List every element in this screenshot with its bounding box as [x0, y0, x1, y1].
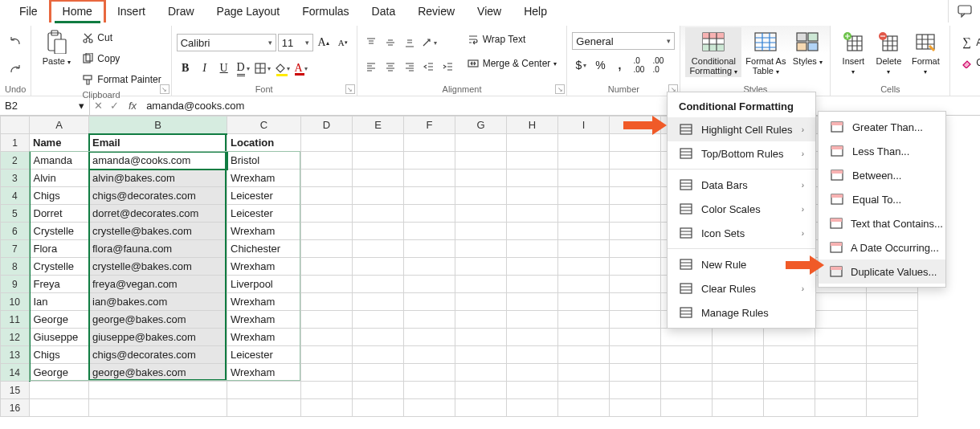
- conditional-formatting-button[interactable]: Conditional Formatting ▾: [685, 27, 741, 77]
- menu-draw[interactable]: Draw: [157, 2, 206, 22]
- cell[interactable]: [404, 399, 455, 417]
- cell[interactable]: [610, 346, 661, 364]
- cell[interactable]: [558, 223, 610, 240]
- row-header-4[interactable]: 4: [1, 187, 30, 205]
- col-header-H[interactable]: H: [507, 116, 558, 134]
- col-header-D[interactable]: D: [301, 116, 353, 134]
- cell[interactable]: [89, 382, 227, 399]
- cell[interactable]: [404, 258, 455, 276]
- cell[interactable]: [610, 152, 661, 170]
- cut-button[interactable]: Cut: [80, 31, 162, 45]
- cell-styles-button[interactable]: Styles ▾: [790, 27, 825, 67]
- cell[interactable]: [764, 346, 815, 364]
- cell[interactable]: [30, 382, 89, 399]
- cell[interactable]: [404, 293, 455, 311]
- cell[interactable]: Wrexham: [227, 329, 301, 346]
- cell[interactable]: [558, 134, 610, 152]
- cell[interactable]: [507, 223, 558, 240]
- underline-button[interactable]: U: [215, 59, 233, 77]
- cell[interactable]: Wrexham: [227, 364, 301, 382]
- cell[interactable]: george@bakes.com: [89, 311, 227, 329]
- cf-item-manage-rules[interactable]: Manage Rules: [668, 300, 815, 325]
- cell[interactable]: [455, 134, 507, 152]
- align-bottom-button[interactable]: [401, 34, 419, 51]
- cell[interactable]: Liverpool: [227, 276, 301, 293]
- cf-item-highlight-cell-rules[interactable]: Highlight Cell Rules›: [668, 117, 815, 141]
- cell[interactable]: [301, 329, 353, 346]
- cell[interactable]: [353, 293, 404, 311]
- cell[interactable]: [558, 346, 610, 364]
- cell[interactable]: crystelle@bakes.com: [89, 258, 227, 276]
- cell[interactable]: [558, 382, 610, 399]
- cell[interactable]: [404, 364, 455, 382]
- cell[interactable]: Flora: [30, 240, 89, 258]
- font-color-button[interactable]: A: [292, 59, 310, 77]
- cell[interactable]: [610, 311, 661, 329]
- cell[interactable]: [867, 329, 918, 346]
- clipboard-dialog-launcher[interactable]: ↘: [160, 84, 169, 94]
- menu-insert[interactable]: Insert: [106, 2, 157, 22]
- cell[interactable]: ian@bakes.com: [89, 293, 227, 311]
- col-header-A[interactable]: A: [30, 116, 89, 134]
- cell[interactable]: [610, 258, 661, 276]
- cell[interactable]: [815, 293, 867, 311]
- cell[interactable]: [353, 258, 404, 276]
- cell[interactable]: [713, 382, 764, 399]
- cell[interactable]: chigs@decorates.com: [89, 346, 227, 364]
- cell[interactable]: Leicester: [227, 205, 301, 223]
- cell[interactable]: [404, 152, 455, 170]
- comments-button[interactable]: [948, 0, 980, 22]
- cf-item-data-bars[interactable]: Data Bars›: [668, 173, 815, 197]
- cell[interactable]: [301, 364, 353, 382]
- increase-font-button[interactable]: A▴: [315, 34, 333, 51]
- cell[interactable]: [353, 170, 404, 187]
- cell[interactable]: [661, 399, 713, 417]
- menu-page-layout[interactable]: Page Layout: [206, 2, 292, 22]
- cell[interactable]: [867, 311, 918, 329]
- cell[interactable]: [353, 346, 404, 364]
- cell[interactable]: [867, 382, 918, 399]
- cell[interactable]: [89, 399, 227, 417]
- cell[interactable]: [507, 187, 558, 205]
- cell[interactable]: [661, 382, 713, 399]
- align-left-button[interactable]: [362, 58, 380, 76]
- cell[interactable]: Freya: [30, 276, 89, 293]
- cell[interactable]: [353, 364, 404, 382]
- fx-label[interactable]: fx: [122, 100, 143, 112]
- orientation-button[interactable]: [420, 34, 438, 51]
- row-header-2[interactable]: 2: [1, 152, 30, 170]
- cell[interactable]: [558, 276, 610, 293]
- cell[interactable]: [301, 258, 353, 276]
- cell[interactable]: [353, 329, 404, 346]
- cell[interactable]: [507, 382, 558, 399]
- cell[interactable]: dorret@decorates.com: [89, 205, 227, 223]
- cell[interactable]: [455, 223, 507, 240]
- cell[interactable]: Wrexham: [227, 170, 301, 187]
- menu-data[interactable]: Data: [361, 2, 407, 22]
- cell[interactable]: [404, 223, 455, 240]
- font-dialog-launcher[interactable]: ↘: [345, 84, 355, 94]
- cell[interactable]: [610, 205, 661, 223]
- cell[interactable]: [404, 311, 455, 329]
- cell[interactable]: [455, 329, 507, 346]
- format-cells-button[interactable]: Format▾: [906, 27, 945, 77]
- enter-formula-button[interactable]: ✓: [106, 100, 122, 112]
- cell[interactable]: Location: [227, 134, 301, 152]
- menu-review[interactable]: Review: [406, 2, 466, 22]
- clear-button[interactable]: Clear ▾: [958, 55, 980, 70]
- cell[interactable]: [661, 364, 713, 382]
- delete-cells-button[interactable]: Delete▾: [871, 27, 906, 77]
- cf-item-icon-sets[interactable]: Icon Sets›: [668, 221, 815, 245]
- formula-input[interactable]: amanda@cooks.com: [143, 100, 980, 112]
- row-header-11[interactable]: 11: [1, 311, 30, 329]
- row-header-13[interactable]: 13: [1, 346, 30, 364]
- cell[interactable]: freya@vegan.com: [89, 276, 227, 293]
- cell[interactable]: [455, 205, 507, 223]
- cell[interactable]: Wrexham: [227, 223, 301, 240]
- row-header-9[interactable]: 9: [1, 276, 30, 293]
- cell[interactable]: [558, 399, 610, 417]
- cell[interactable]: Chigs: [30, 187, 89, 205]
- menu-file[interactable]: File: [8, 2, 49, 22]
- cf-item-clear-rules[interactable]: Clear Rules›: [668, 276, 815, 300]
- cell[interactable]: george@bakes.com: [89, 364, 227, 382]
